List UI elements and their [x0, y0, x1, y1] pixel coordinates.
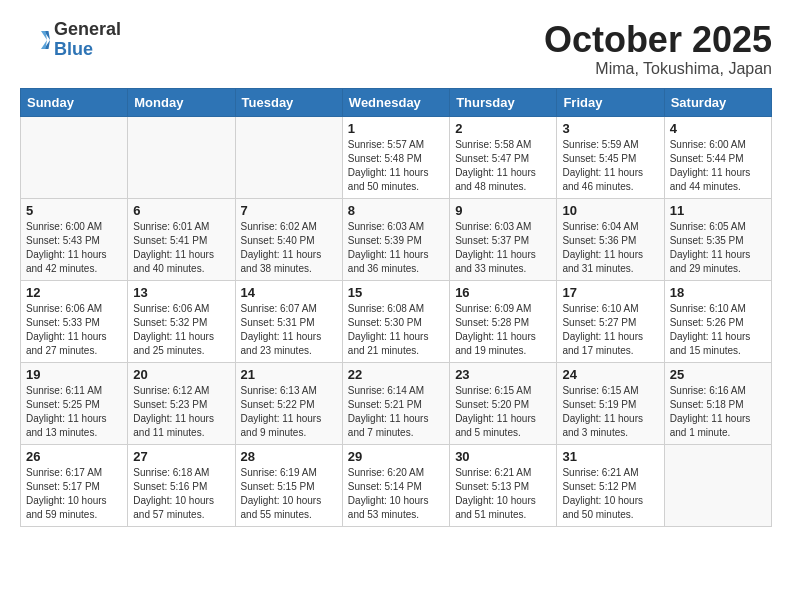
- day-info: Sunrise: 6:09 AM Sunset: 5:28 PM Dayligh…: [455, 302, 551, 358]
- week-row-3: 12Sunrise: 6:06 AM Sunset: 5:33 PM Dayli…: [21, 280, 772, 362]
- weekday-header-monday: Monday: [128, 88, 235, 116]
- day-number: 8: [348, 203, 444, 218]
- calendar-cell: 27Sunrise: 6:18 AM Sunset: 5:16 PM Dayli…: [128, 444, 235, 526]
- page-header: General Blue October 2025 Mima, Tokushim…: [20, 20, 772, 78]
- day-info: Sunrise: 6:05 AM Sunset: 5:35 PM Dayligh…: [670, 220, 766, 276]
- calendar-cell: 23Sunrise: 6:15 AM Sunset: 5:20 PM Dayli…: [450, 362, 557, 444]
- day-number: 17: [562, 285, 658, 300]
- day-info: Sunrise: 6:10 AM Sunset: 5:27 PM Dayligh…: [562, 302, 658, 358]
- calendar-cell: 2Sunrise: 5:58 AM Sunset: 5:47 PM Daylig…: [450, 116, 557, 198]
- calendar-cell: [235, 116, 342, 198]
- weekday-header-wednesday: Wednesday: [342, 88, 449, 116]
- title-section: October 2025 Mima, Tokushima, Japan: [544, 20, 772, 78]
- weekday-header-thursday: Thursday: [450, 88, 557, 116]
- day-number: 16: [455, 285, 551, 300]
- day-info: Sunrise: 6:21 AM Sunset: 5:12 PM Dayligh…: [562, 466, 658, 522]
- day-info: Sunrise: 5:58 AM Sunset: 5:47 PM Dayligh…: [455, 138, 551, 194]
- day-info: Sunrise: 6:06 AM Sunset: 5:32 PM Dayligh…: [133, 302, 229, 358]
- day-info: Sunrise: 6:10 AM Sunset: 5:26 PM Dayligh…: [670, 302, 766, 358]
- calendar-cell: 29Sunrise: 6:20 AM Sunset: 5:14 PM Dayli…: [342, 444, 449, 526]
- calendar-cell: 26Sunrise: 6:17 AM Sunset: 5:17 PM Dayli…: [21, 444, 128, 526]
- day-info: Sunrise: 6:17 AM Sunset: 5:17 PM Dayligh…: [26, 466, 122, 522]
- day-info: Sunrise: 6:02 AM Sunset: 5:40 PM Dayligh…: [241, 220, 337, 276]
- day-number: 6: [133, 203, 229, 218]
- calendar-cell: 7Sunrise: 6:02 AM Sunset: 5:40 PM Daylig…: [235, 198, 342, 280]
- calendar-cell: 3Sunrise: 5:59 AM Sunset: 5:45 PM Daylig…: [557, 116, 664, 198]
- day-info: Sunrise: 6:15 AM Sunset: 5:19 PM Dayligh…: [562, 384, 658, 440]
- day-info: Sunrise: 5:57 AM Sunset: 5:48 PM Dayligh…: [348, 138, 444, 194]
- day-number: 4: [670, 121, 766, 136]
- calendar-cell: 5Sunrise: 6:00 AM Sunset: 5:43 PM Daylig…: [21, 198, 128, 280]
- month-title: October 2025: [544, 20, 772, 60]
- calendar-cell: [21, 116, 128, 198]
- day-info: Sunrise: 6:04 AM Sunset: 5:36 PM Dayligh…: [562, 220, 658, 276]
- logo-text: General Blue: [54, 20, 121, 60]
- logo: General Blue: [20, 20, 121, 60]
- day-number: 12: [26, 285, 122, 300]
- day-number: 20: [133, 367, 229, 382]
- calendar-cell: [128, 116, 235, 198]
- calendar-cell: 8Sunrise: 6:03 AM Sunset: 5:39 PM Daylig…: [342, 198, 449, 280]
- calendar-cell: 13Sunrise: 6:06 AM Sunset: 5:32 PM Dayli…: [128, 280, 235, 362]
- day-number: 18: [670, 285, 766, 300]
- day-info: Sunrise: 6:07 AM Sunset: 5:31 PM Dayligh…: [241, 302, 337, 358]
- calendar-cell: 4Sunrise: 6:00 AM Sunset: 5:44 PM Daylig…: [664, 116, 771, 198]
- calendar-cell: 30Sunrise: 6:21 AM Sunset: 5:13 PM Dayli…: [450, 444, 557, 526]
- day-number: 28: [241, 449, 337, 464]
- calendar-cell: 25Sunrise: 6:16 AM Sunset: 5:18 PM Dayli…: [664, 362, 771, 444]
- logo-icon: [20, 25, 50, 55]
- day-number: 25: [670, 367, 766, 382]
- logo-general: General: [54, 20, 121, 40]
- day-info: Sunrise: 6:21 AM Sunset: 5:13 PM Dayligh…: [455, 466, 551, 522]
- day-info: Sunrise: 6:00 AM Sunset: 5:44 PM Dayligh…: [670, 138, 766, 194]
- day-info: Sunrise: 5:59 AM Sunset: 5:45 PM Dayligh…: [562, 138, 658, 194]
- calendar-cell: 14Sunrise: 6:07 AM Sunset: 5:31 PM Dayli…: [235, 280, 342, 362]
- day-number: 15: [348, 285, 444, 300]
- day-number: 13: [133, 285, 229, 300]
- calendar-cell: 19Sunrise: 6:11 AM Sunset: 5:25 PM Dayli…: [21, 362, 128, 444]
- day-info: Sunrise: 6:14 AM Sunset: 5:21 PM Dayligh…: [348, 384, 444, 440]
- day-number: 14: [241, 285, 337, 300]
- day-number: 7: [241, 203, 337, 218]
- weekday-header-saturday: Saturday: [664, 88, 771, 116]
- calendar-cell: 18Sunrise: 6:10 AM Sunset: 5:26 PM Dayli…: [664, 280, 771, 362]
- calendar-cell: 20Sunrise: 6:12 AM Sunset: 5:23 PM Dayli…: [128, 362, 235, 444]
- calendar-cell: 28Sunrise: 6:19 AM Sunset: 5:15 PM Dayli…: [235, 444, 342, 526]
- location: Mima, Tokushima, Japan: [544, 60, 772, 78]
- day-number: 21: [241, 367, 337, 382]
- day-info: Sunrise: 6:03 AM Sunset: 5:39 PM Dayligh…: [348, 220, 444, 276]
- day-info: Sunrise: 6:18 AM Sunset: 5:16 PM Dayligh…: [133, 466, 229, 522]
- calendar-cell: 24Sunrise: 6:15 AM Sunset: 5:19 PM Dayli…: [557, 362, 664, 444]
- calendar-cell: 22Sunrise: 6:14 AM Sunset: 5:21 PM Dayli…: [342, 362, 449, 444]
- day-info: Sunrise: 6:12 AM Sunset: 5:23 PM Dayligh…: [133, 384, 229, 440]
- day-info: Sunrise: 6:03 AM Sunset: 5:37 PM Dayligh…: [455, 220, 551, 276]
- day-info: Sunrise: 6:19 AM Sunset: 5:15 PM Dayligh…: [241, 466, 337, 522]
- day-info: Sunrise: 6:06 AM Sunset: 5:33 PM Dayligh…: [26, 302, 122, 358]
- day-number: 9: [455, 203, 551, 218]
- calendar-cell: 31Sunrise: 6:21 AM Sunset: 5:12 PM Dayli…: [557, 444, 664, 526]
- weekday-header-row: SundayMondayTuesdayWednesdayThursdayFrid…: [21, 88, 772, 116]
- calendar-cell: 17Sunrise: 6:10 AM Sunset: 5:27 PM Dayli…: [557, 280, 664, 362]
- day-info: Sunrise: 6:11 AM Sunset: 5:25 PM Dayligh…: [26, 384, 122, 440]
- day-info: Sunrise: 6:13 AM Sunset: 5:22 PM Dayligh…: [241, 384, 337, 440]
- calendar-cell: 6Sunrise: 6:01 AM Sunset: 5:41 PM Daylig…: [128, 198, 235, 280]
- day-info: Sunrise: 6:08 AM Sunset: 5:30 PM Dayligh…: [348, 302, 444, 358]
- day-info: Sunrise: 6:00 AM Sunset: 5:43 PM Dayligh…: [26, 220, 122, 276]
- day-number: 30: [455, 449, 551, 464]
- day-number: 5: [26, 203, 122, 218]
- day-number: 3: [562, 121, 658, 136]
- day-info: Sunrise: 6:16 AM Sunset: 5:18 PM Dayligh…: [670, 384, 766, 440]
- day-number: 31: [562, 449, 658, 464]
- week-row-2: 5Sunrise: 6:00 AM Sunset: 5:43 PM Daylig…: [21, 198, 772, 280]
- calendar-cell: 21Sunrise: 6:13 AM Sunset: 5:22 PM Dayli…: [235, 362, 342, 444]
- day-number: 10: [562, 203, 658, 218]
- calendar-cell: 9Sunrise: 6:03 AM Sunset: 5:37 PM Daylig…: [450, 198, 557, 280]
- day-number: 23: [455, 367, 551, 382]
- calendar-cell: [664, 444, 771, 526]
- calendar-table: SundayMondayTuesdayWednesdayThursdayFrid…: [20, 88, 772, 527]
- day-number: 22: [348, 367, 444, 382]
- weekday-header-sunday: Sunday: [21, 88, 128, 116]
- day-info: Sunrise: 6:01 AM Sunset: 5:41 PM Dayligh…: [133, 220, 229, 276]
- day-number: 2: [455, 121, 551, 136]
- calendar-cell: 1Sunrise: 5:57 AM Sunset: 5:48 PM Daylig…: [342, 116, 449, 198]
